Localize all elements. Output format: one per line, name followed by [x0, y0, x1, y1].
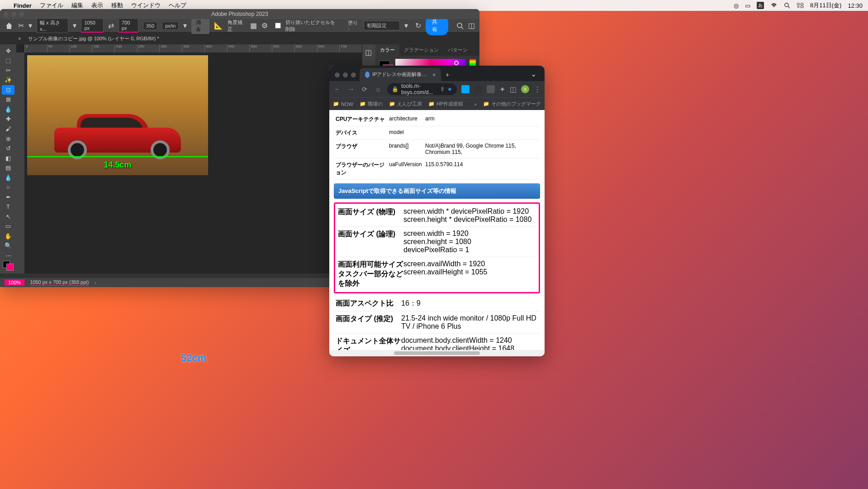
zoom-tool-icon[interactable]: 🔍: [2, 241, 14, 251]
lasso-tool-icon[interactable]: ✂: [2, 66, 14, 75]
path-tool-icon[interactable]: ↖: [2, 212, 14, 221]
sidepanel-icon[interactable]: ◫: [510, 85, 517, 94]
close-tab-icon[interactable]: ×: [18, 36, 21, 41]
menu-icon[interactable]: ⋮: [534, 85, 541, 94]
close-tab-icon[interactable]: ×: [433, 72, 436, 77]
input-icon[interactable]: あ: [757, 2, 764, 9]
browser-toolbar: ← → ⟳ ⌂ 🔒 tools.m-bsys.com/d... ⇧ ★ ✦ ◫ …: [329, 81, 545, 97]
eraser-tool-icon[interactable]: ◧: [2, 153, 14, 163]
color-tab[interactable]: カラー: [375, 44, 399, 56]
menu-window[interactable]: ウインドウ: [131, 1, 161, 10]
browser-traffic-lights[interactable]: [333, 72, 360, 81]
gradient-tab[interactable]: グラデーション: [399, 44, 443, 56]
profile-icon[interactable]: s: [521, 85, 529, 93]
chevron-right-icon[interactable]: ›: [94, 280, 96, 285]
home-icon[interactable]: [5, 21, 14, 31]
canvas-area[interactable]: 0501001502002503003504004505005506006507…: [16, 44, 362, 273]
marquee-tool-icon[interactable]: ⬚: [2, 56, 14, 66]
canvas-image[interactable]: 14.5cm: [27, 55, 208, 175]
eyedropper-tool-icon[interactable]: 💧: [2, 105, 14, 114]
bookmark-work[interactable]: 📁職場の: [360, 101, 383, 107]
dodge-tool-icon[interactable]: ○: [2, 182, 14, 192]
menubar-app-name[interactable]: Finder: [14, 2, 32, 9]
heal-tool-icon[interactable]: ✚: [2, 115, 14, 124]
swap-icon[interactable]: ⇄: [108, 21, 114, 30]
more-tools-icon[interactable]: ⋯: [2, 251, 14, 260]
ps-topbar: ✂ ▾ 幅 x 高さ x... ▾ 1050 px ⇄ 700 px 350 p…: [0, 19, 479, 33]
reset-icon[interactable]: ↻: [415, 21, 421, 30]
crop-tool-icon[interactable]: ✂: [18, 21, 24, 30]
straighten-icon[interactable]: 📐: [214, 21, 223, 30]
new-tab-button[interactable]: +: [441, 68, 454, 81]
shape-tool-icon[interactable]: ▭: [2, 222, 14, 231]
control-center-icon[interactable]: [797, 3, 804, 8]
menu-view[interactable]: 表示: [91, 1, 103, 10]
pen-tool-icon[interactable]: ✒: [2, 192, 14, 202]
ext3-icon[interactable]: [487, 85, 495, 93]
home-icon[interactable]: ⌂: [374, 86, 383, 93]
share-url-icon[interactable]: ⇧: [440, 86, 445, 92]
search-icon[interactable]: [456, 22, 464, 29]
crop-width-field[interactable]: 1050 px: [81, 19, 103, 33]
forward-icon[interactable]: →: [346, 86, 356, 93]
browser-content[interactable]: CPUアーキテクチャarchitecturearm デバイスmodel ブラウザ…: [329, 110, 545, 350]
resolution-field[interactable]: 350: [143, 22, 157, 30]
menu-help[interactable]: ヘルプ: [169, 1, 186, 10]
browser-h-scrollbar[interactable]: [329, 350, 545, 356]
workspace-icon[interactable]: ◫: [468, 21, 475, 30]
brush-tool-icon[interactable]: 🖌: [2, 124, 14, 134]
menu-edit[interactable]: 編集: [71, 1, 83, 10]
menubar-date[interactable]: 8月11日(金): [810, 1, 841, 10]
tabs-chevron-icon[interactable]: ⌄: [526, 67, 541, 81]
star-icon[interactable]: ★: [447, 86, 452, 92]
table-row: 画面アスペクト比16：9: [334, 296, 540, 312]
battery-icon[interactable]: ▭: [745, 2, 750, 9]
bookmarks-more-icon[interactable]: »: [474, 101, 477, 107]
reload-icon[interactable]: ⟳: [360, 86, 369, 93]
pattern-tab[interactable]: パターン: [443, 44, 472, 56]
cc-icon[interactable]: ◎: [734, 2, 739, 9]
stamp-tool-icon[interactable]: ⊕: [2, 134, 14, 144]
frame-tool-icon[interactable]: ⊠: [2, 95, 14, 105]
document-size[interactable]: 1050 px x 700 px (350 ppi): [30, 279, 89, 286]
menu-go[interactable]: 移動: [111, 1, 123, 10]
menu-file[interactable]: ファイル: [40, 1, 63, 10]
document-tab[interactable]: サンプル画像のコピー.jpg @ 100% (レイヤー 0, RGB/8#) *: [24, 35, 163, 42]
clear-button[interactable]: 消去: [191, 18, 209, 34]
gradient-tool-icon[interactable]: ▤: [2, 163, 14, 173]
wifi-icon[interactable]: [770, 3, 778, 8]
ps-window-title: Adobe Photoshop 2023: [211, 11, 268, 17]
crop-delete-checkbox[interactable]: [275, 23, 281, 29]
menubar-time[interactable]: 12:30: [848, 2, 863, 9]
type-tool-icon[interactable]: T: [2, 202, 14, 212]
panel-icon[interactable]: ◫: [362, 44, 375, 60]
ps-traffic-lights[interactable]: [4, 12, 24, 17]
history-brush-icon[interactable]: ↺: [2, 144, 14, 153]
table-row: 画面サイズ (物理)screen.width * devicePixelRati…: [336, 205, 538, 227]
wand-tool-icon[interactable]: ✨: [2, 76, 14, 85]
url-bar[interactable]: 🔒 tools.m-bsys.com/d... ⇧ ★: [387, 83, 457, 95]
unit-dropdown[interactable]: px/in: [162, 22, 179, 30]
bookmark-now[interactable]: 📁NOW: [333, 101, 353, 107]
puzzle-icon[interactable]: ✦: [499, 85, 505, 94]
color-swatches[interactable]: [3, 261, 14, 271]
other-bookmarks[interactable]: 📁その他のブックマーク: [483, 101, 541, 107]
crop-tool-icon[interactable]: ⊡: [2, 85, 14, 95]
ratio-dropdown[interactable]: 幅 x 高さ x...: [37, 18, 68, 33]
lock-icon: 🔒: [392, 86, 398, 92]
grid-icon[interactable]: ▦: [250, 21, 257, 30]
ext2-icon[interactable]: [474, 85, 482, 93]
hand-tool-icon[interactable]: ✋: [2, 231, 14, 241]
crop-height-field[interactable]: 700 px: [119, 19, 138, 33]
spotlight-icon[interactable]: [784, 2, 790, 9]
back-icon[interactable]: ←: [333, 86, 342, 93]
browser-tab[interactable]: IPアドレスや画面解像度など確認... ×: [360, 68, 441, 81]
gear-icon[interactable]: ⚙: [261, 21, 268, 30]
move-tool-icon[interactable]: ✥: [2, 46, 14, 56]
fill-dropdown[interactable]: 初期設定: [364, 21, 400, 30]
zoom-level[interactable]: 100%: [5, 279, 24, 286]
bookmark-pencil[interactable]: 📁えんぴ工房: [389, 101, 422, 107]
ext1-icon[interactable]: [461, 85, 470, 93]
blur-tool-icon[interactable]: 💧: [2, 173, 14, 182]
bookmark-hp[interactable]: 📁HP作成依頼: [428, 101, 463, 107]
